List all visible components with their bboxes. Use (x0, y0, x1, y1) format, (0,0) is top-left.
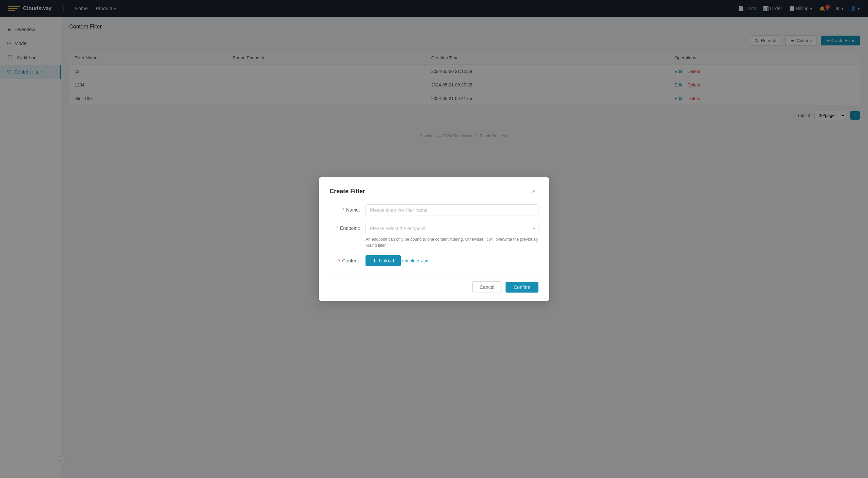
endpoint-hint: An endpoint can only be bound to one con… (366, 236, 538, 248)
content-control: ⬆ Upload template.xlsx (366, 255, 538, 266)
endpoint-select[interactable]: Please select the endpoint (366, 223, 538, 234)
endpoint-control: Please select the endpoint ▾ An endpoint… (366, 223, 538, 248)
modal-footer: Cancel Confirm (330, 276, 538, 293)
content-field-row: * Content: ⬆ Upload template.xlsx (330, 255, 538, 266)
confirm-button[interactable]: Confirm (506, 282, 538, 293)
modal-header: Create Filter × (330, 187, 538, 196)
upload-button[interactable]: ⬆ Upload (366, 255, 401, 266)
template-link[interactable]: template.xlsx (402, 258, 428, 263)
endpoint-field-row: * Endpoint: Please select the endpoint ▾… (330, 223, 538, 248)
upload-icon: ⬆ (372, 258, 376, 263)
content-label: * Content: (330, 255, 360, 263)
cancel-button[interactable]: Cancel (472, 281, 501, 293)
name-label: * Name: (330, 204, 360, 213)
endpoint-select-wrap: Please select the endpoint ▾ (366, 223, 538, 234)
name-field-row: * Name: (330, 204, 538, 216)
create-filter-modal: Create Filter × * Name: * Endpoint: Plea (319, 177, 549, 301)
name-control (366, 204, 538, 216)
name-input[interactable] (366, 204, 538, 216)
modal-overlay[interactable]: Create Filter × * Name: * Endpoint: Plea (0, 0, 868, 478)
endpoint-label: * Endpoint: (330, 223, 360, 231)
modal-close-button[interactable]: × (529, 187, 538, 196)
modal-title: Create Filter (330, 188, 365, 195)
